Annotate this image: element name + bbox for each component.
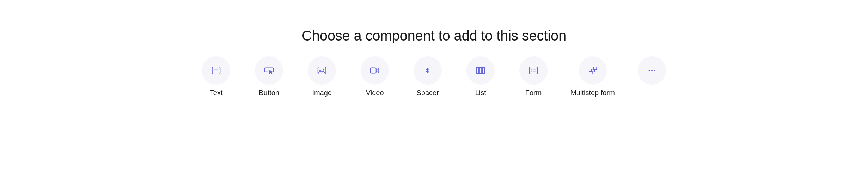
svg-point-2 [323,69,324,70]
svg-rect-10 [530,67,538,74]
component-option-text[interactable]: Text [200,56,232,97]
component-option-list[interactable]: List [465,56,496,97]
svg-rect-7 [477,67,479,74]
image-icon [308,56,336,85]
svg-point-13 [531,72,532,73]
component-option-multistep-form[interactable]: Multistep form [570,56,615,97]
svg-point-11 [531,69,532,70]
component-label: List [475,89,486,97]
text-icon [202,56,230,85]
svg-point-17 [654,70,655,71]
component-label: Form [525,89,542,97]
section-title: Choose a component to add to this sectio… [302,28,566,44]
svg-rect-9 [482,67,484,74]
spacer-icon [414,56,442,85]
svg-point-16 [651,70,653,71]
component-option-more[interactable] [636,56,668,85]
component-label: Spacer [417,89,439,97]
section-dropzone: Choose a component to add to this sectio… [11,11,857,117]
component-grid: Text Button Image [200,56,668,97]
form-icon [519,56,548,85]
multistep-form-icon [579,56,607,85]
video-icon [361,56,389,85]
svg-rect-3 [371,68,376,73]
component-option-spacer[interactable]: Spacer [412,56,444,97]
button-icon [255,56,283,85]
svg-rect-1 [318,67,326,74]
component-label: Button [259,89,279,97]
svg-rect-8 [479,67,482,74]
more-icon [638,56,666,85]
component-label: Text [210,89,223,97]
component-option-button[interactable]: Button [253,56,285,97]
component-label: Video [366,89,384,97]
svg-point-15 [648,70,650,71]
component-option-form[interactable]: Form [518,56,549,97]
component-label: Multistep form [570,89,615,97]
list-icon [466,56,495,85]
component-option-image[interactable]: Image [306,56,338,97]
component-label: Image [312,89,332,97]
component-option-video[interactable]: Video [359,56,391,97]
